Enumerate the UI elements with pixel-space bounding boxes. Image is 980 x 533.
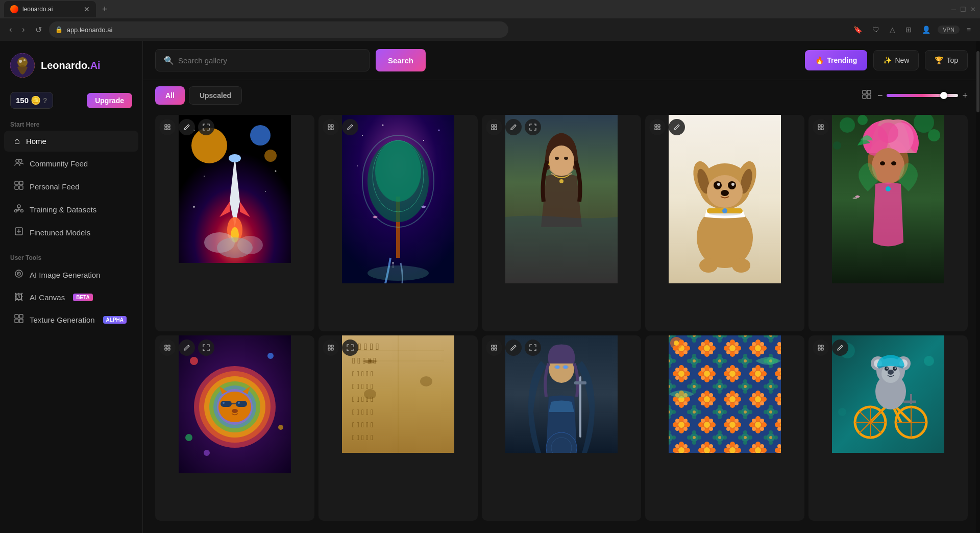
remix-btn-woman[interactable] — [486, 119, 502, 135]
svg-rect-70 — [492, 128, 494, 130]
expand-btn-hiero[interactable] — [342, 340, 358, 356]
sidebar-item-personal[interactable]: Personal Feed — [4, 176, 138, 198]
new-button[interactable]: ✨ New — [873, 50, 919, 70]
new-tab-button[interactable]: + — [98, 4, 112, 15]
address-bar[interactable]: 🔒 app.leonardo.ai — [49, 21, 508, 38]
vpn-badge[interactable]: VPN — [938, 26, 960, 34]
sidebar-item-texture-label: Texture Generation — [30, 316, 95, 324]
svg-point-64 — [564, 157, 568, 160]
maximize-button[interactable]: ☐ — [960, 6, 966, 13]
svg-point-148 — [369, 359, 372, 362]
sidebar-item-home[interactable]: ⌂ Home — [4, 131, 138, 152]
minimize-button[interactable]: ─ — [951, 6, 956, 13]
remix-btn-hiero[interactable] — [323, 340, 339, 356]
top-button[interactable]: 🏆 Top — [925, 50, 968, 70]
filter-upscaled-tab[interactable]: Upscaled — [189, 86, 242, 105]
browser-nav: ‹ › ↺ 🔒 app.leonardo.ai 🔖 🛡 △ ⊞ 👤 VPN ≡ — [0, 18, 980, 41]
shield-button[interactable]: 🛡 — [869, 23, 883, 36]
svg-point-125 — [190, 357, 198, 365]
gallery-item-hieroglyph[interactable]: 𓀀 𓁀 𓂀 𓃀 𓄀 𓅀 𓆀 𓇀 𓈀 𓉀 𓊀 𓋀 𓌀 𓍀 𓎀 𓏀 𓐀 𓐠 𓑀 𓒀 … — [318, 335, 478, 521]
tab-close-button[interactable]: ✕ — [84, 5, 90, 13]
remix-btn-dog[interactable] — [649, 119, 666, 135]
svg-point-211 — [895, 367, 896, 369]
scrollbar[interactable] — [976, 41, 980, 533]
forward-button[interactable]: › — [19, 23, 28, 36]
remix-btn-lion[interactable] — [159, 340, 176, 356]
back-button[interactable]: ‹ — [6, 23, 15, 36]
svg-point-54 — [368, 265, 429, 281]
reload-button[interactable]: ↺ — [32, 23, 45, 37]
svg-point-88 — [732, 258, 750, 273]
svg-point-147 — [420, 376, 432, 386]
gallery-item-warrior[interactable] — [482, 335, 641, 521]
grid-view-button[interactable] — [860, 88, 873, 103]
gallery-item-tree[interactable] — [318, 115, 478, 331]
svg-rect-108 — [821, 125, 823, 127]
svg-rect-8 — [15, 186, 18, 189]
svg-point-27 — [250, 125, 271, 146]
edit-btn-warrior[interactable] — [505, 340, 522, 356]
upgrade-button[interactable]: Upgrade — [87, 93, 132, 108]
svg-point-63 — [555, 157, 559, 160]
bookmark-button[interactable]: 🔖 — [850, 23, 865, 36]
expand-btn-lion[interactable] — [198, 340, 214, 356]
search-button[interactable]: Search — [376, 49, 426, 71]
svg-point-51 — [375, 140, 421, 202]
svg-point-3 — [23, 59, 26, 61]
remix-btn-rocket[interactable] — [159, 119, 176, 135]
zoom-plus-button[interactable]: + — [962, 90, 968, 101]
expand-btn-woman[interactable] — [525, 119, 541, 135]
remix-btn-koala[interactable] — [813, 340, 829, 356]
search-input-wrap[interactable]: 🔍 — [155, 49, 370, 71]
edit-btn-woman[interactable] — [505, 119, 522, 135]
svg-rect-166 — [495, 348, 497, 350]
sidebar-item-ai-canvas[interactable]: 🖼 AI Canvas BETA — [4, 287, 138, 308]
menu-button[interactable]: ≡ — [964, 23, 974, 36]
sidebar-item-ai-image[interactable]: AI Image Generation — [4, 264, 138, 286]
edit-btn-tree[interactable] — [342, 119, 358, 135]
remix-btn-tree[interactable] — [323, 119, 339, 135]
edit-btn-lion[interactable] — [179, 340, 195, 356]
zoom-slider[interactable] — [887, 94, 958, 97]
svg-rect-41 — [168, 125, 170, 127]
svg-point-158 — [562, 365, 569, 369]
search-input[interactable] — [178, 56, 361, 65]
expand-btn-warrior[interactable] — [525, 340, 541, 356]
profile-button[interactable]: △ — [887, 23, 898, 36]
trending-button[interactable]: 🔥 Trending — [805, 50, 867, 70]
active-tab[interactable]: leonardo.ai ✕ — [4, 1, 96, 17]
svg-point-129 — [204, 450, 210, 456]
edit-btn-rocket[interactable] — [179, 119, 195, 135]
sidebar-item-finetuned[interactable]: Finetuned Models — [4, 222, 138, 244]
svg-rect-89 — [655, 125, 657, 127]
remix-btn-warrior[interactable] — [486, 340, 502, 356]
edit-btn-dog[interactable] — [669, 119, 685, 135]
gallery-item-koala[interactable] — [808, 335, 968, 521]
profile2-button[interactable]: 👤 — [919, 23, 934, 36]
gallery-item-rocket[interactable] — [155, 115, 314, 331]
gallery-item-lion[interactable] — [155, 335, 314, 521]
remix-btn-fairy[interactable] — [813, 119, 829, 135]
credits-icon: 🪙 — [31, 95, 41, 105]
svg-point-2 — [19, 60, 22, 63]
svg-rect-216 — [821, 345, 823, 347]
svg-point-95 — [857, 115, 868, 125]
gallery-item-dog[interactable] — [645, 115, 804, 331]
close-button[interactable]: ✕ — [970, 6, 976, 13]
sparkle-icon: ✨ — [883, 56, 892, 64]
gallery-item-fairy[interactable] — [808, 115, 968, 331]
edit-btn-koala[interactable] — [832, 340, 848, 356]
sidebar-item-training[interactable]: Training & Datasets — [4, 199, 138, 221]
svg-point-37 — [275, 171, 277, 172]
expand-btn-rocket[interactable] — [198, 119, 214, 135]
sidebar-item-community[interactable]: Community Feed — [4, 153, 138, 175]
sidebar-item-finetuned-label: Finetuned Models — [30, 228, 90, 237]
zoom-minus-button[interactable]: − — [877, 90, 883, 101]
svg-rect-164 — [495, 345, 497, 347]
filter-all-tab[interactable]: All — [155, 86, 185, 105]
help-icon[interactable]: ? — [43, 96, 47, 105]
gallery-item-woman[interactable] — [482, 115, 641, 331]
sidebar-item-texture[interactable]: Texture Generation ALPHA — [4, 309, 138, 331]
gallery-item-flowers[interactable] — [645, 335, 804, 521]
extensions-button[interactable]: ⊞ — [902, 23, 915, 36]
